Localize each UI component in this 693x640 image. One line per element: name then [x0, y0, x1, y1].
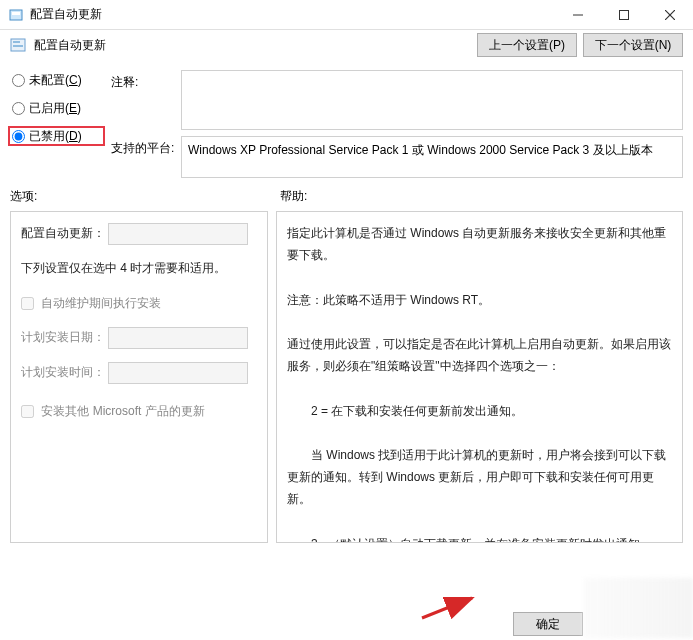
comment-label: 注释: [111, 70, 175, 130]
radio-enabled-label: 已启用(E) [29, 100, 81, 117]
plan-time-label: 计划安装时间： [21, 365, 105, 379]
maint-checkbox[interactable] [21, 297, 34, 310]
help-label: 帮助: [280, 188, 683, 205]
titlebar: 配置自动更新 [0, 0, 693, 30]
footer: 确定 [513, 612, 583, 636]
maint-checkbox-label: 自动维护期间执行安装 [41, 296, 161, 310]
prev-setting-button[interactable]: 上一个设置(P) [477, 33, 577, 57]
help-p3: 通过使用此设置，可以指定是否在此计算机上启用自动更新。如果启用该服务，则必须在"… [287, 333, 672, 377]
radio-disabled-label: 已禁用(D) [29, 128, 82, 145]
options-note: 下列设置仅在选中 4 时才需要和适用。 [21, 257, 257, 280]
cfg-update-select[interactable] [108, 223, 248, 245]
cfg-update-label: 配置自动更新： [21, 226, 105, 240]
annotation-arrow-icon [420, 592, 480, 622]
state-radios: 未配置(C) 已启用(E) 已禁用(D) [10, 70, 105, 178]
svg-line-10 [422, 598, 472, 618]
policy-icon [10, 37, 26, 53]
ms-products-checkbox-row[interactable]: 安装其他 Microsoft 产品的更新 [21, 400, 257, 423]
radio-disabled-input[interactable] [12, 130, 25, 143]
window-title: 配置自动更新 [30, 6, 555, 23]
plan-time-select[interactable] [108, 362, 248, 384]
ms-products-checkbox-label: 安装其他 Microsoft 产品的更新 [41, 404, 204, 418]
help-p4: 2 = 在下载和安装任何更新前发出通知。 [287, 400, 672, 422]
help-panel[interactable]: 指定此计算机是否通过 Windows 自动更新服务来接收安全更新和其他重要下载。… [276, 211, 683, 543]
options-label: 选项: [10, 188, 280, 205]
svg-rect-3 [620, 10, 629, 19]
comment-box[interactable] [181, 70, 683, 130]
section-headers: 选项: 帮助: [0, 188, 693, 211]
header-label: 配置自动更新 [34, 37, 471, 54]
radio-enabled[interactable]: 已启用(E) [10, 98, 105, 118]
minimize-button[interactable] [555, 0, 601, 30]
options-panel: 配置自动更新： 下列设置仅在选中 4 时才需要和适用。 自动维护期间执行安装 计… [10, 211, 268, 543]
app-icon [8, 7, 24, 23]
close-button[interactable] [647, 0, 693, 30]
svg-rect-8 [13, 45, 23, 47]
radio-not-configured-input[interactable] [12, 74, 25, 87]
maint-checkbox-row[interactable]: 自动维护期间执行安装 [21, 292, 257, 315]
svg-rect-7 [13, 41, 20, 43]
header-bar: 配置自动更新 上一个设置(P) 下一个设置(N) [0, 30, 693, 60]
meta-area: 注释: 支持的平台: Windows XP Professional Servi… [111, 70, 683, 178]
help-p6: 3 =（默认设置）自动下载更新，并在准备安装更新时发出通知 [287, 533, 672, 543]
ms-products-checkbox[interactable] [21, 405, 34, 418]
next-setting-button[interactable]: 下一个设置(N) [583, 33, 683, 57]
help-p1: 指定此计算机是否通过 Windows 自动更新服务来接收安全更新和其他重要下载。 [287, 222, 672, 266]
plan-date-select[interactable] [108, 327, 248, 349]
radio-not-configured-label: 未配置(C) [29, 72, 82, 89]
config-area: 未配置(C) 已启用(E) 已禁用(D) 注释: 支持的平台: Windows … [0, 60, 693, 188]
blurred-region [583, 578, 693, 638]
maximize-button[interactable] [601, 0, 647, 30]
radio-not-configured[interactable]: 未配置(C) [10, 70, 105, 90]
help-p5: 当 Windows 找到适用于此计算机的更新时，用户将会接到可以下载更新的通知。… [287, 444, 672, 511]
platform-label: 支持的平台: [111, 136, 175, 178]
ok-button[interactable]: 确定 [513, 612, 583, 636]
svg-rect-1 [12, 12, 20, 15]
help-p2: 注意：此策略不适用于 Windows RT。 [287, 289, 672, 311]
platform-box: Windows XP Professional Service Pack 1 或… [181, 136, 683, 178]
plan-date-label: 计划安装日期： [21, 330, 105, 344]
radio-enabled-input[interactable] [12, 102, 25, 115]
panels: 配置自动更新： 下列设置仅在选中 4 时才需要和适用。 自动维护期间执行安装 计… [0, 211, 693, 553]
radio-disabled[interactable]: 已禁用(D) [8, 126, 105, 146]
